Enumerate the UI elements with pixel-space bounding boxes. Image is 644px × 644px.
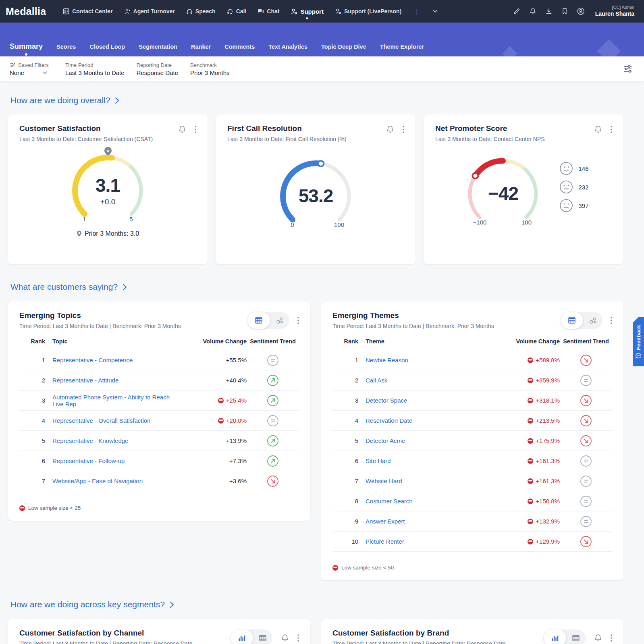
kebab-menu-icon[interactable]	[611, 634, 612, 642]
tab-text-analytics[interactable]: Text Analytics	[268, 44, 307, 50]
reporting-date-filter[interactable]: Reporting Date Response Date	[137, 62, 178, 76]
alert-bell-icon[interactable]	[386, 125, 395, 134]
tab-theme-explorer[interactable]: Theme Explorer	[380, 44, 424, 50]
medallia-logo: Medallia	[6, 6, 46, 17]
alert-bell-icon[interactable]	[280, 634, 289, 642]
table-view-button[interactable]	[253, 634, 272, 642]
tab-scores[interactable]: Scores	[56, 44, 76, 50]
alert-bell-icon[interactable]	[594, 125, 602, 134]
tab-summary[interactable]: Summary	[10, 42, 43, 51]
topic-link[interactable]: Picture Renter	[360, 538, 495, 545]
chevron-down-icon[interactable]	[433, 10, 438, 13]
saved-filters-icon	[10, 62, 16, 68]
topic-link[interactable]: Website/App - Ease of Navigation	[47, 478, 182, 484]
kebab-menu-icon[interactable]	[611, 317, 612, 324]
view-toggle	[561, 312, 602, 329]
section-segments-title: How are we doing across key segments?	[10, 600, 165, 609]
user-info[interactable]: [CC] Admin Lauren Shanta	[595, 5, 634, 17]
bubble-view-button[interactable]	[270, 316, 289, 324]
table-body: 1Representative - Competence+55.5%2Repre…	[19, 350, 299, 491]
section-segments[interactable]: How are we doing across key segments?	[10, 600, 623, 609]
table-row: 5Detector Acme+175.9%	[332, 431, 612, 451]
alert-bell-icon[interactable]	[594, 634, 602, 642]
topic-link[interactable]: Reservation Date	[360, 417, 495, 424]
gauge-min-tick: −100	[473, 219, 487, 226]
chat-icon	[258, 8, 264, 15]
kebab-menu-icon[interactable]	[297, 317, 299, 324]
tab-comments[interactable]: Comments	[224, 44, 255, 50]
user-account-icon[interactable]	[577, 7, 585, 15]
passives-count: 232	[578, 184, 588, 191]
kebab-menu-icon[interactable]	[403, 126, 404, 133]
chevron-right-icon	[170, 601, 174, 608]
volume-change-cell: +359.9%	[495, 377, 560, 384]
nps-breakdown: 146 232 397	[559, 162, 588, 212]
sentiment-down-icon	[560, 354, 612, 366]
chevron-right-icon	[123, 284, 127, 291]
tab-ranker[interactable]: Ranker	[191, 44, 211, 50]
topic-link[interactable]: Newbie Reason	[360, 357, 495, 364]
topic-link[interactable]: Website Hard	[360, 478, 495, 484]
topic-link[interactable]: Representative - Competence	[47, 357, 182, 364]
nav-item-contact-center[interactable]: Contact Center	[63, 8, 112, 15]
table-row: 9Answer Expert+132.9%	[332, 511, 612, 532]
topic-link[interactable]: Representative - Follow-up	[47, 457, 182, 464]
topic-link[interactable]: Representative - Overall Satisfaction	[47, 417, 182, 424]
nav-item-support[interactable]: Support	[291, 8, 324, 15]
topic-link[interactable]: Costumer Search	[360, 498, 495, 505]
bubble-view-button[interactable]	[583, 316, 602, 324]
notifications-bell-icon[interactable]	[529, 8, 536, 15]
csat-by-brand-subtitle: Time Period: Last 3 Months to Date | Rep…	[332, 640, 506, 644]
download-icon[interactable]	[545, 8, 553, 15]
csat-title: Customer Satisfaction	[19, 124, 153, 133]
low-sample-icon	[19, 505, 25, 511]
table-row: 3Automated Phone System - Ability to Rea…	[19, 391, 299, 411]
topic-link[interactable]: Representative - Knowledge	[47, 437, 182, 444]
section-saying[interactable]: What are customers saying?	[10, 282, 623, 292]
nav-item-agent-turnover[interactable]: Agent Turnover	[124, 8, 175, 15]
section-overall[interactable]: How are we doing overall?	[10, 96, 623, 105]
bookmark-icon[interactable]	[561, 8, 568, 15]
table-view-button[interactable]	[561, 312, 583, 329]
topic-link[interactable]: Detector Space	[360, 397, 495, 404]
chart-view-button[interactable]	[231, 629, 253, 644]
gauge-max-tick: 100	[521, 219, 532, 226]
nps-gauge: −42 −100 100	[459, 154, 547, 231]
tab-topic-deep-dive[interactable]: Topic Deep Dive	[321, 44, 366, 50]
filters-settings-icon[interactable]	[623, 64, 633, 73]
kebab-menu-icon[interactable]	[297, 634, 299, 642]
topic-link[interactable]: Site Hard	[360, 457, 495, 464]
tab-closed-loop[interactable]: Closed Loop	[89, 44, 125, 50]
topic-link[interactable]: Call Ask	[360, 377, 495, 384]
nav-item-chat[interactable]: Chat	[258, 8, 279, 15]
promoters-row: 146	[559, 162, 588, 175]
top-navbar: Medallia Contact Center Agent Turnover S…	[0, 0, 644, 23]
emerging-topics-subtitle: Time Period: Last 3 Months to Date | Ben…	[19, 323, 181, 329]
table-row: 1Newbie Reason+589.8%	[332, 350, 612, 370]
nav-item-speech[interactable]: Speech	[186, 8, 216, 15]
nav-item-call[interactable]: Call	[227, 8, 247, 15]
volume-change-cell: +20.0%	[182, 417, 247, 424]
sentiment-up-icon	[247, 435, 299, 447]
benchmark-filter[interactable]: Benchmark Prior 3 Months	[190, 62, 230, 76]
decorative-diamond	[597, 39, 621, 56]
chart-view-button[interactable]	[544, 629, 566, 644]
feedback-tab[interactable]: Feedback	[633, 317, 644, 366]
time-period-filter[interactable]: Time Period Last 3 Months to Date	[65, 62, 125, 76]
topic-link[interactable]: Detector Acme	[360, 437, 495, 444]
saved-filters-dropdown[interactable]: Saved Filters None	[10, 62, 49, 76]
table-view-button[interactable]	[566, 634, 586, 642]
tab-segmentation[interactable]: Segmentation	[139, 44, 177, 50]
table-header: Rank Topic Volume Change Sentiment Trend	[19, 338, 299, 350]
edit-pencil-icon[interactable]	[513, 8, 520, 15]
nav-item-support-liveperson[interactable]: Support (LivePerson)	[335, 8, 401, 15]
low-sample-icon	[332, 565, 338, 571]
topic-link[interactable]: Representative - Attitude	[47, 377, 182, 384]
topic-link[interactable]: Answer Expert	[360, 518, 495, 525]
nps-value: −42	[459, 183, 547, 204]
alert-bell-icon[interactable]	[178, 125, 187, 134]
kebab-menu-icon[interactable]	[195, 126, 196, 133]
table-view-button[interactable]	[247, 312, 270, 329]
topic-link[interactable]: Automated Phone System - Ability to Reac…	[47, 394, 182, 407]
kebab-menu-icon[interactable]	[611, 126, 612, 133]
